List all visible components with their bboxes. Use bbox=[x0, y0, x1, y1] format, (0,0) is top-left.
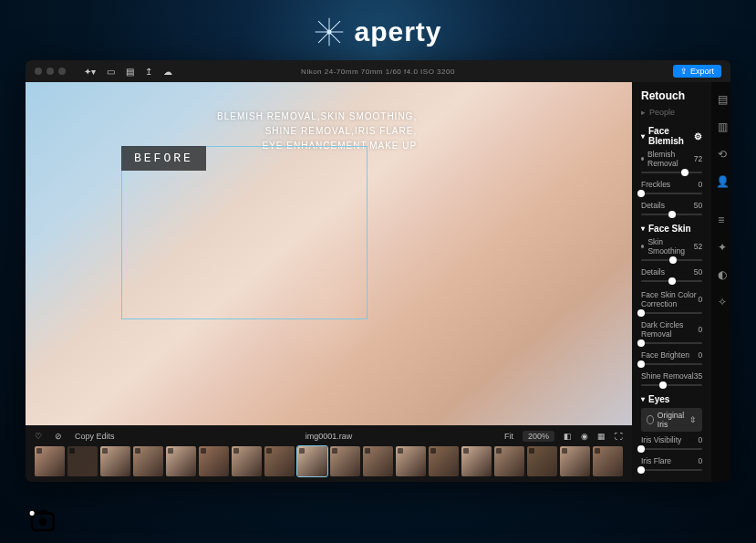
slider-label: Iris Visibility bbox=[641, 435, 681, 444]
sparkle-icon[interactable]: ✦▾ bbox=[84, 67, 96, 77]
svg-point-4 bbox=[29, 510, 36, 517]
overlay-line: SHINE REMOVAL,IRIS FLARE, bbox=[217, 124, 417, 139]
rail-retouch-icon[interactable]: 👤 bbox=[716, 175, 730, 188]
thumbnail[interactable] bbox=[264, 446, 295, 476]
upload-icon[interactable]: ↥ bbox=[145, 67, 152, 77]
thumbnail[interactable] bbox=[133, 446, 163, 476]
workspace: BLEMISH REMOVAL,SKIN SMOOTHING, SHINE RE… bbox=[26, 82, 730, 482]
cloud-icon[interactable]: ☁ bbox=[163, 67, 172, 77]
slider-label: Freckles bbox=[641, 180, 670, 189]
slider[interactable] bbox=[641, 466, 702, 474]
export-button[interactable]: ⇪ Export bbox=[673, 65, 721, 78]
thumbnail[interactable] bbox=[100, 446, 130, 476]
thumbnail[interactable] bbox=[396, 446, 426, 476]
section-header[interactable]: Face Blemish⚙ bbox=[641, 126, 702, 146]
lens-search-icon[interactable] bbox=[27, 506, 58, 534]
thumbnail[interactable] bbox=[67, 446, 98, 476]
zoom-select[interactable]: 200% bbox=[523, 431, 554, 442]
export-label: Export bbox=[690, 67, 714, 76]
image-canvas[interactable]: BLEMISH REMOVAL,SKIN SMOOTHING, SHINE RE… bbox=[26, 82, 632, 425]
slider[interactable] bbox=[641, 445, 702, 453]
slider-row: Freckles0 bbox=[641, 180, 702, 189]
svg-point-3 bbox=[39, 517, 47, 526]
slider-row: Iris Visibility0 bbox=[641, 435, 702, 444]
slider-label: Blemish Removal bbox=[647, 150, 694, 168]
iris-swatch-icon bbox=[647, 415, 654, 424]
slider[interactable] bbox=[641, 211, 702, 218]
slider-value: 72 bbox=[694, 154, 702, 163]
brand-header: aperty bbox=[0, 0, 756, 60]
rail-sliders-icon[interactable]: ≡ bbox=[718, 214, 727, 226]
thumbnail-strip bbox=[35, 446, 623, 476]
thumbnail[interactable] bbox=[35, 446, 65, 476]
thumbnail[interactable] bbox=[560, 446, 590, 476]
library-icon[interactable]: ▤ bbox=[126, 67, 134, 77]
thumbnail[interactable] bbox=[363, 446, 393, 476]
slider[interactable] bbox=[641, 360, 702, 368]
before-compare-box[interactable]: BEFORE bbox=[121, 146, 368, 319]
canvas-area: BLEMISH REMOVAL,SKIN SMOOTHING, SHINE RE… bbox=[26, 82, 632, 482]
slider-row: Details50 bbox=[641, 267, 702, 277]
overlay-line: BLEMISH REMOVAL,SKIN SMOOTHING, bbox=[217, 110, 417, 124]
grid-icon[interactable]: ▦ bbox=[597, 432, 606, 441]
panel-title: Retouch bbox=[641, 89, 702, 102]
thumbnail[interactable] bbox=[593, 446, 623, 476]
thumbnail[interactable] bbox=[297, 446, 327, 476]
thumbnail[interactable] bbox=[199, 446, 229, 476]
folder-icon[interactable]: ▭ bbox=[107, 67, 115, 77]
thumbnail[interactable] bbox=[461, 446, 492, 476]
rail-mask-icon[interactable]: ◐ bbox=[718, 268, 727, 281]
iris-select[interactable]: Original Iris ⇳ bbox=[641, 408, 702, 432]
slider[interactable] bbox=[641, 190, 702, 197]
slider-value: 50 bbox=[694, 201, 702, 210]
topbar-icon-group: ✦▾ ▭ ▤ ↥ ☁ bbox=[84, 67, 172, 77]
section-header[interactable]: Eyes bbox=[641, 394, 702, 404]
slider-label: Shine Removal bbox=[641, 371, 694, 381]
slider-value: 52 bbox=[694, 242, 702, 251]
filename-label: img0001.raw bbox=[306, 432, 353, 441]
traffic-lights[interactable] bbox=[35, 68, 66, 75]
rail-layers-icon[interactable]: ▥ bbox=[718, 120, 728, 133]
tag-icon[interactable]: ♡ bbox=[35, 432, 42, 441]
thumbnail[interactable] bbox=[232, 446, 262, 476]
filmstrip-toolbar: ♡ ⊘ Copy Edits img0001.raw Fit 200% ◧ ◉ … bbox=[35, 429, 623, 446]
slider-label: Details bbox=[641, 201, 665, 210]
camera-metadata: Nikon 24-70mm 70mm 1/60 f4.0 ISO 3200 bbox=[301, 68, 455, 76]
rail-sparkle-icon[interactable]: ✦ bbox=[718, 241, 727, 254]
slider[interactable] bbox=[641, 381, 702, 389]
fit-button[interactable]: Fit bbox=[504, 432, 513, 441]
copy-edits-button[interactable]: Copy Edits bbox=[75, 432, 115, 441]
side-panels: Retouch ▸ People Face Blemish⚙ Blemish R… bbox=[632, 82, 730, 482]
rail-effects-icon[interactable]: ✧ bbox=[718, 296, 727, 308]
compare-icon[interactable]: ◧ bbox=[564, 432, 572, 441]
reject-icon[interactable]: ⊘ bbox=[55, 432, 62, 441]
section-header[interactable]: Face Skin bbox=[641, 224, 702, 234]
settings-icon[interactable]: ⚙ bbox=[694, 131, 702, 141]
thumbnail[interactable] bbox=[330, 446, 360, 476]
slider-value: 0 bbox=[699, 435, 703, 444]
rail-crop-icon[interactable]: ⟲ bbox=[718, 148, 727, 161]
thumbnail[interactable] bbox=[166, 446, 196, 476]
filmstrip-bar: ♡ ⊘ Copy Edits img0001.raw Fit 200% ◧ ◉ … bbox=[26, 425, 632, 482]
preview-icon[interactable]: ◉ bbox=[581, 432, 588, 441]
people-row[interactable]: ▸ People bbox=[641, 108, 702, 117]
slider[interactable] bbox=[641, 339, 702, 347]
thumbnail[interactable] bbox=[429, 446, 459, 476]
svg-point-0 bbox=[327, 29, 332, 34]
slider[interactable] bbox=[641, 169, 702, 176]
slider[interactable] bbox=[641, 277, 702, 285]
slider-value: 0 bbox=[699, 350, 703, 360]
thumbnail[interactable] bbox=[527, 446, 557, 476]
slider[interactable] bbox=[641, 309, 702, 317]
slider-label: Face Skin Color Correction bbox=[641, 290, 699, 308]
rail-adjust-icon[interactable]: ▤ bbox=[718, 93, 728, 106]
section-face-skin: Face Skin Skin Smoothing52Details50 Face… bbox=[641, 224, 702, 389]
fullscreen-icon[interactable]: ⛶ bbox=[615, 432, 623, 441]
svg-rect-2 bbox=[38, 510, 47, 515]
slider-row: Dark Circles Removal0 bbox=[641, 320, 702, 339]
slider-row: Details50 bbox=[641, 201, 702, 210]
slider-row: Iris Flare0 bbox=[641, 456, 702, 465]
slider[interactable] bbox=[641, 256, 702, 264]
thumbnail[interactable] bbox=[494, 446, 524, 476]
slider-label: Details bbox=[641, 267, 665, 277]
